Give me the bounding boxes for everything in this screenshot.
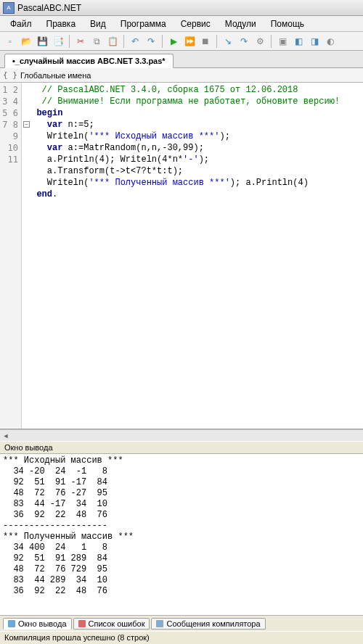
cut-icon[interactable]: ✂: [73, 34, 88, 49]
menu-item-5[interactable]: Модули: [218, 17, 264, 30]
tab-icon: [156, 620, 163, 627]
step-over-icon[interactable]: ↷: [237, 34, 251, 49]
menu-item-1[interactable]: Правка: [39, 17, 83, 30]
window-title: PascalABC.NET: [17, 3, 81, 13]
toolbar-separator: [216, 35, 217, 48]
undo-icon[interactable]: ↶: [128, 34, 142, 49]
line-gutter: 1 2 3 4 5 6 7 8 9 10 11: [0, 83, 22, 429]
compile-icon[interactable]: ⚙: [253, 34, 267, 49]
save-all-icon[interactable]: 📑: [51, 34, 65, 49]
code-line[interactable]: end.: [26, 189, 359, 200]
app-icon: A: [3, 2, 15, 14]
toolbar-separator: [69, 35, 70, 48]
menu-bar: ФайлПравкаВидПрограммаСервисМодулиПомощь: [0, 16, 363, 32]
code-line[interactable]: a.Transform(t->t<7?t*t:t);: [26, 165, 359, 177]
tab-label: Окно вывода: [18, 619, 67, 628]
menu-item-4[interactable]: Сервис: [174, 17, 218, 30]
bottom-tab-bar: Окно выводаСписок ошибокСообщения компил…: [0, 615, 363, 631]
horizontal-scrollbar[interactable]: [0, 429, 363, 441]
tab-icon: [8, 620, 15, 627]
toolbar: ▫📂💾📑✂⧉📋↶↷▶⏩⏹↘↷⚙▣◧◨◐: [0, 32, 363, 51]
code-area[interactable]: // PascalABC.NET 3.4.0, сборка 1675 от 1…: [22, 83, 363, 429]
names-label: Глобальные имена: [20, 71, 91, 80]
code-line[interactable]: a.Println(4); Writeln(4*n*'-');: [26, 154, 359, 165]
output-panel-label: Окно вывода: [0, 441, 363, 454]
toolbar-separator: [271, 35, 272, 48]
menu-item-6[interactable]: Помощь: [264, 17, 311, 30]
tab-strip: •_случайный массив ABC.NET 3.3.pas*: [0, 51, 363, 68]
title-bar: A PascalABC.NET: [0, 0, 363, 16]
bottom-tab-0[interactable]: Окно вывода: [3, 618, 72, 629]
code-line[interactable]: begin: [26, 107, 359, 119]
toolbar-separator: [123, 35, 124, 48]
file-tab[interactable]: •_случайный массив ABC.NET 3.3.pas*: [4, 54, 174, 68]
menu-item-3[interactable]: Программа: [113, 17, 174, 30]
status-bar: Компиляция прошла успешно (8 строк): [0, 631, 363, 644]
fold-toggle-icon[interactable]: −: [23, 121, 30, 128]
code-line[interactable]: // PascalABC.NET 3.4.0, сборка 1675 от 1…: [26, 84, 359, 96]
code-line[interactable]: var a:=MatrRandom(n,n,-30,99);: [26, 142, 359, 154]
bottom-tab-1[interactable]: Список ошибок: [73, 618, 150, 629]
new-file-icon[interactable]: ▫: [3, 34, 17, 49]
run-no-debug-icon[interactable]: ⏩: [182, 34, 197, 49]
code-line[interactable]: // Внимание! Если программа не работает,…: [26, 96, 359, 107]
menu-item-0[interactable]: Файл: [3, 17, 39, 30]
brace-icon: { }: [3, 70, 17, 80]
code-line[interactable]: var n:=5;: [26, 119, 359, 131]
window-icon[interactable]: ◧: [291, 34, 306, 49]
toolbar-separator: [162, 35, 163, 48]
menu-item-2[interactable]: Вид: [83, 17, 113, 30]
save-icon[interactable]: 💾: [35, 34, 49, 49]
output-panel[interactable]: *** Исходный массив *** 34 -20 24 -1 8 9…: [0, 454, 363, 615]
bottom-tab-2[interactable]: Сообщения компилятора: [151, 618, 265, 629]
redo-icon[interactable]: ↷: [144, 34, 158, 49]
stop-icon[interactable]: ⏹: [198, 34, 213, 49]
open-icon[interactable]: 📂: [19, 34, 33, 49]
run-icon[interactable]: ▶: [166, 34, 181, 49]
paste-icon[interactable]: 📋: [105, 34, 120, 49]
tab-label: Сообщения компилятора: [166, 619, 260, 628]
tab-label: Список ошибок: [89, 619, 145, 628]
code-editor[interactable]: 1 2 3 4 5 6 7 8 9 10 11 // PascalABC.NET…: [0, 83, 363, 429]
code-line[interactable]: Writeln('*** Полученный массив ***'); a.…: [26, 177, 359, 189]
names-dropdown[interactable]: { } Глобальные имена: [0, 68, 363, 83]
form-icon[interactable]: ▣: [275, 34, 290, 49]
tab-icon: [78, 620, 86, 627]
code-line[interactable]: Writeln('*** Исходный массив ***');: [26, 131, 359, 142]
options-icon[interactable]: ◐: [323, 34, 338, 49]
copy-icon[interactable]: ⧉: [89, 34, 104, 49]
step-into-icon[interactable]: ↘: [221, 34, 235, 49]
window2-icon[interactable]: ◨: [307, 34, 322, 49]
